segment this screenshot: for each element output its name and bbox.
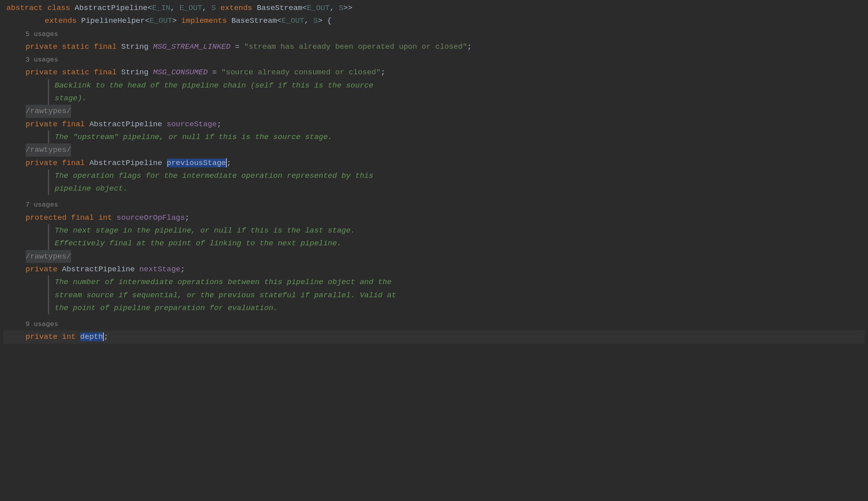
doc-text: Backlink to the head of the pipeline cha… bbox=[55, 81, 373, 103]
semicolon: ; bbox=[217, 120, 221, 129]
semicolon: ; bbox=[467, 42, 472, 51]
field-name: previousStage bbox=[167, 159, 226, 167]
class-signature-line1[interactable]: abstract class AbstractPipeline<E_IN, E_… bbox=[3, 2, 865, 14]
equals: = bbox=[235, 42, 240, 51]
type-param-s2: S bbox=[339, 4, 343, 12]
keyword-private: private bbox=[26, 159, 57, 167]
semicolon: ; bbox=[104, 332, 108, 341]
lt: < bbox=[147, 4, 152, 12]
field-msg-stream-linked[interactable]: private static final String MSG_STREAM_L… bbox=[3, 40, 865, 53]
rawtypes-annotation: /rawtypes/ bbox=[26, 250, 71, 263]
keyword-class: class bbox=[48, 4, 70, 12]
doc-comment-line[interactable]: The "upstream" pipeline, or null if this… bbox=[3, 131, 865, 143]
class-signature-line2[interactable]: extends PipelineHelper<E_OUT> implements… bbox=[3, 14, 865, 27]
semicolon: ; bbox=[227, 159, 231, 167]
type-abstractpipeline: AbstractPipeline bbox=[89, 159, 162, 167]
field-name: nextStage bbox=[139, 265, 180, 274]
type-basestream2: BaseStream bbox=[232, 16, 277, 25]
usages-hint[interactable]: 3 usages bbox=[3, 53, 865, 66]
annotation-rawtypes[interactable]: /rawtypes/ bbox=[3, 250, 865, 263]
annotation-rawtypes[interactable]: /rawtypes/ bbox=[3, 105, 865, 117]
keyword-private: private bbox=[26, 265, 57, 274]
keyword-private: private bbox=[26, 42, 57, 51]
type-param-s3: S bbox=[313, 16, 318, 25]
comma: , bbox=[202, 4, 206, 12]
keyword-final: final bbox=[94, 68, 117, 77]
keyword-final: final bbox=[94, 42, 117, 51]
blank-line bbox=[3, 314, 865, 318]
keyword-final: final bbox=[71, 213, 94, 222]
doc-comment-line[interactable]: The next stage in the pipeline, or null … bbox=[3, 224, 865, 250]
usages-hint[interactable]: 7 usages bbox=[3, 198, 865, 211]
equals: = bbox=[212, 68, 217, 77]
doc-comment-line[interactable]: Backlink to the head of the pipeline cha… bbox=[3, 79, 865, 105]
usages-hint[interactable]: 9 usages bbox=[3, 318, 865, 330]
keyword-private: private bbox=[26, 68, 57, 77]
comma: , bbox=[304, 16, 309, 25]
usages-5: 5 usages bbox=[26, 30, 58, 38]
type-param-eout3: E_OUT bbox=[149, 16, 172, 25]
keyword-static: static bbox=[62, 42, 89, 51]
field-previousstage[interactable]: private final AbstractPipeline previousS… bbox=[3, 157, 865, 169]
keyword-extends: extends bbox=[220, 4, 252, 12]
lt: < bbox=[277, 16, 281, 25]
field-sourcestage[interactable]: private final AbstractPipeline sourceSta… bbox=[3, 118, 865, 131]
keyword-int: int bbox=[98, 213, 112, 222]
type-param-ein: E_IN bbox=[152, 4, 170, 12]
gt: > bbox=[318, 16, 322, 25]
lt: < bbox=[145, 16, 149, 25]
usages-9: 9 usages bbox=[26, 320, 58, 328]
field-msg-consumed[interactable]: private static final String MSG_CONSUMED… bbox=[3, 66, 865, 79]
field-name: sourceOrOpFlags bbox=[117, 213, 185, 222]
keyword-private: private bbox=[26, 120, 57, 129]
doc-text: The "upstream" pipeline, or null if this… bbox=[55, 133, 333, 141]
type-abstractpipeline: AbstractPipeline bbox=[62, 265, 135, 274]
keyword-implements: implements bbox=[181, 16, 227, 25]
comma: , bbox=[330, 4, 334, 12]
field-sourceoropflags[interactable]: protected final int sourceOrOpFlags; bbox=[3, 211, 865, 224]
semicolon: ; bbox=[380, 68, 385, 77]
type-basestream: BaseStream bbox=[257, 4, 302, 12]
field-nextstage[interactable]: private AbstractPipeline nextStage; bbox=[3, 263, 865, 276]
keyword-abstract: abstract bbox=[6, 4, 43, 12]
semicolon: ; bbox=[180, 265, 185, 274]
selected-text: previousStage bbox=[167, 159, 226, 167]
string-literal: "source already consumed or closed" bbox=[221, 68, 380, 77]
type-param-s: S bbox=[211, 4, 216, 12]
field-depth[interactable]: private int depth; bbox=[3, 330, 865, 343]
type-string: String bbox=[121, 42, 148, 51]
keyword-extends: extends bbox=[45, 16, 77, 25]
doc-text: The number of intermediate operations be… bbox=[55, 278, 396, 312]
rawtypes-annotation: /rawtypes/ bbox=[26, 143, 71, 156]
lt: < bbox=[302, 4, 307, 12]
rawtypes-annotation: /rawtypes/ bbox=[26, 105, 71, 117]
semicolon: ; bbox=[185, 213, 189, 222]
keyword-static: static bbox=[62, 68, 89, 77]
open-brace: { bbox=[327, 16, 331, 25]
type-param-eout: E_OUT bbox=[179, 4, 202, 12]
keyword-final: final bbox=[62, 159, 85, 167]
doc-text: The next stage in the pipeline, or null … bbox=[55, 226, 355, 248]
doc-comment-line[interactable]: The operation flags for the intermediate… bbox=[3, 169, 865, 195]
field-name: depth bbox=[80, 332, 103, 341]
keyword-private: private bbox=[26, 332, 57, 341]
class-name: AbstractPipeline bbox=[75, 4, 147, 12]
usages-7: 7 usages bbox=[26, 201, 58, 209]
usages-hint[interactable]: 5 usages bbox=[3, 28, 865, 40]
selected-text: depth bbox=[80, 332, 103, 341]
blank-line bbox=[3, 195, 865, 198]
type-param-eout2: E_OUT bbox=[307, 4, 330, 12]
type-abstractpipeline: AbstractPipeline bbox=[89, 120, 162, 129]
type-pipelinehelper: PipelineHelper bbox=[81, 16, 145, 25]
keyword-final: final bbox=[62, 120, 85, 129]
annotation-rawtypes[interactable]: /rawtypes/ bbox=[3, 143, 865, 156]
doc-comment-line[interactable]: The number of intermediate operations be… bbox=[3, 276, 865, 314]
comma: , bbox=[170, 4, 175, 12]
doc-text: The operation flags for the intermediate… bbox=[55, 171, 373, 193]
keyword-protected: protected bbox=[26, 213, 67, 222]
keyword-int: int bbox=[62, 332, 75, 341]
gt: > bbox=[172, 16, 176, 25]
gtgt: >> bbox=[343, 4, 353, 12]
field-name: MSG_STREAM_LINKED bbox=[153, 42, 230, 51]
field-name: sourceStage bbox=[167, 120, 217, 129]
